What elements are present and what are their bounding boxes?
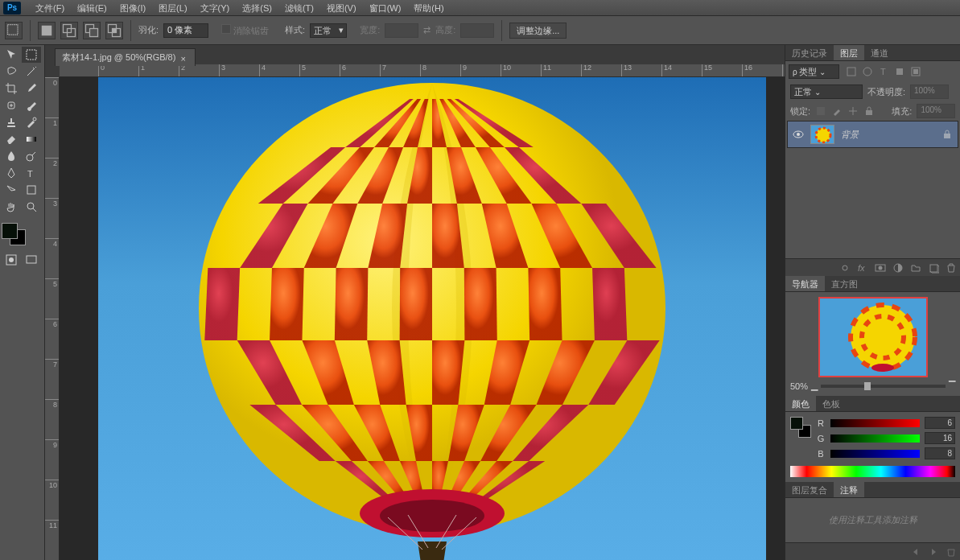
prev-note-icon [910, 546, 921, 558]
lasso-tool[interactable] [2, 64, 21, 80]
navigator-thumbnail[interactable] [818, 297, 928, 377]
subtract-selection-icon[interactable] [83, 22, 101, 39]
feather-input[interactable] [163, 23, 208, 38]
tab-color[interactable]: 颜色 [785, 396, 816, 411]
link-icon[interactable] [839, 262, 851, 274]
document-tab[interactable]: 素材14-1.jpg @ 50%(RGB/8) × [55, 48, 196, 66]
style-label: 样式: [285, 24, 305, 36]
r-value[interactable]: 6 [925, 417, 955, 429]
b-value[interactable]: 8 [925, 447, 955, 459]
tab-histogram[interactable]: 直方图 [825, 276, 864, 291]
stamp-tool[interactable] [2, 114, 21, 130]
menu-view[interactable]: 视图(V) [320, 0, 363, 16]
fx-icon[interactable]: fx [857, 262, 868, 274]
eyedropper-tool[interactable] [22, 80, 41, 97]
lock-trans-icon[interactable] [815, 105, 826, 117]
eraser-tool[interactable] [2, 131, 21, 147]
fill-input[interactable]: 100% [917, 104, 955, 118]
width-label: 宽度: [360, 24, 380, 36]
tab-layers[interactable]: 图层 [834, 45, 864, 60]
blur-tool[interactable] [2, 148, 21, 164]
menu-image[interactable]: 图像(I) [113, 0, 152, 16]
svg-point-29 [863, 68, 871, 76]
b-slider[interactable] [830, 450, 920, 458]
menu-window[interactable]: 窗口(W) [363, 0, 408, 16]
refine-edge-button[interactable]: 调整边缘... [509, 23, 567, 39]
opacity-input[interactable]: 100% [910, 84, 949, 99]
svg-text:T: T [27, 169, 33, 179]
svg-text:fx: fx [858, 263, 865, 273]
gradient-tool[interactable] [22, 131, 41, 147]
shape-tool[interactable] [22, 182, 41, 198]
filter-type-icon[interactable]: T [878, 66, 889, 77]
blend-mode-select[interactable]: 正常 ⌄ [790, 84, 863, 99]
tab-channels[interactable]: 通道 [864, 45, 895, 60]
g-value[interactable]: 16 [925, 432, 955, 444]
tab-notes[interactable]: 注释 [834, 482, 864, 497]
quickmask-icon[interactable] [2, 252, 21, 268]
lock-pos-icon[interactable] [847, 105, 859, 117]
crop-tool[interactable] [2, 80, 21, 97]
history-brush-tool[interactable] [22, 114, 41, 130]
r-slider[interactable] [830, 419, 920, 427]
color-spectrum[interactable] [790, 466, 955, 477]
dodge-tool[interactable] [22, 148, 41, 164]
hand-tool[interactable] [2, 199, 21, 215]
menu-filter[interactable]: 滤镜(T) [278, 0, 320, 16]
menu-type[interactable]: 文字(Y) [194, 0, 237, 16]
magic-wand-tool[interactable] [22, 64, 41, 80]
new-selection-icon[interactable] [38, 22, 56, 39]
balloon-graphic [175, 77, 690, 560]
group-icon[interactable] [910, 262, 921, 274]
menu-layer[interactable]: 图层(L) [152, 0, 193, 16]
svg-point-18 [9, 257, 14, 262]
zoom-tool[interactable] [22, 199, 41, 215]
lock-paint-icon[interactable] [831, 105, 843, 117]
tab-layercomps[interactable]: 图层复合 [785, 482, 834, 497]
trash-icon[interactable] [946, 262, 957, 274]
brush-tool[interactable] [22, 97, 41, 113]
layer-filter-select[interactable]: ρ 类型 ⌄ [789, 64, 839, 79]
move-tool[interactable] [2, 47, 21, 63]
svg-point-37 [797, 133, 800, 136]
filter-adjust-icon[interactable] [862, 66, 873, 77]
menu-help[interactable]: 帮助(H) [407, 0, 450, 16]
path-tool[interactable] [2, 182, 21, 198]
zoom-value: 50% [790, 381, 808, 391]
close-icon[interactable]: × [180, 54, 188, 62]
screenmode-icon[interactable] [22, 252, 41, 268]
tool-preset-icon[interactable] [5, 22, 23, 39]
filter-pixel-icon[interactable] [846, 66, 857, 77]
filter-smart-icon[interactable] [910, 66, 921, 77]
layer-row-background[interactable]: 背景 [787, 121, 958, 148]
color-swatch-pair[interactable] [790, 417, 811, 438]
tab-navigator[interactable]: 导航器 [785, 276, 825, 291]
zoom-out-icon[interactable]: ▁ [811, 381, 818, 391]
menu-file[interactable]: 文件(F) [29, 0, 71, 16]
filter-shape-icon[interactable] [894, 66, 905, 77]
new-layer-icon[interactable] [928, 262, 939, 274]
tab-history[interactable]: 历史记录 [785, 45, 834, 60]
mask-icon[interactable] [875, 262, 886, 274]
pen-tool[interactable] [2, 165, 21, 181]
canvas[interactable] [60, 77, 785, 560]
add-selection-icon[interactable] [60, 22, 78, 39]
layer-name: 背景 [841, 129, 859, 141]
adjustment-icon[interactable] [892, 262, 904, 274]
style-select[interactable]: 正常▾ [310, 23, 347, 38]
zoom-slider[interactable] [821, 385, 946, 388]
svg-rect-0 [8, 24, 19, 35]
visibility-icon[interactable] [793, 130, 804, 138]
menu-edit[interactable]: 编辑(E) [71, 0, 113, 16]
tab-swatches[interactable]: 色板 [816, 396, 847, 411]
g-slider[interactable] [830, 434, 920, 443]
lock-all-icon[interactable] [863, 105, 875, 117]
type-tool[interactable]: T [22, 165, 41, 181]
intersect-selection-icon[interactable] [105, 22, 123, 39]
marquee-tool[interactable] [22, 47, 41, 63]
healing-tool[interactable] [2, 97, 21, 113]
foreground-color[interactable] [2, 223, 18, 239]
color-swatches[interactable] [0, 221, 27, 247]
menu-select[interactable]: 选择(S) [236, 0, 278, 16]
zoom-in-icon[interactable]: ▔ [949, 381, 955, 391]
